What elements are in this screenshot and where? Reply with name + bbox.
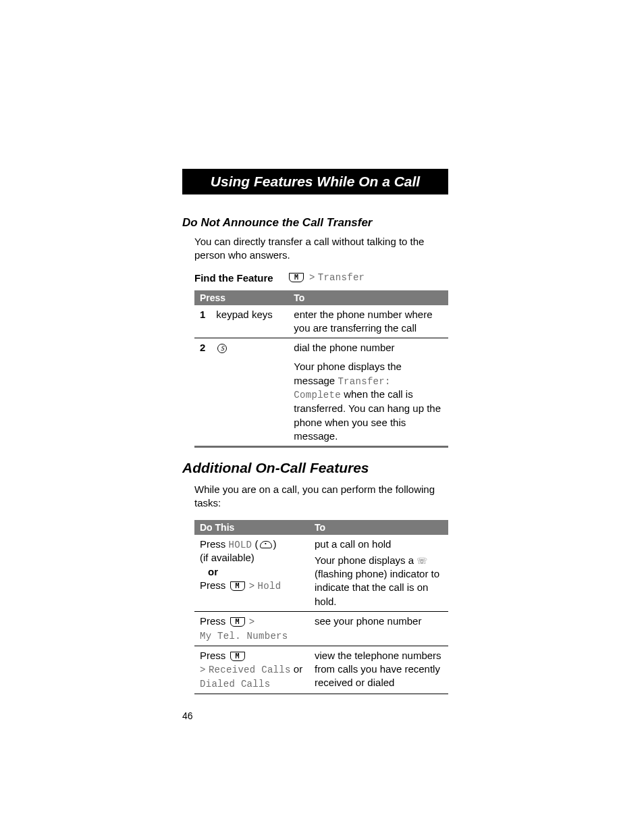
to-cell: see your phone number xyxy=(309,611,448,646)
intro-paragraph-2: While you are on a call, you can perform… xyxy=(194,483,448,511)
send-key-icon: S xyxy=(217,344,227,353)
flashing-phone-icon: ☏ xyxy=(417,556,427,566)
menu-key-icon: M xyxy=(230,617,245,627)
instruction-table-2: Do This To Press HOLD () (if available) … xyxy=(194,520,448,694)
hold-softkey-label: HOLD xyxy=(229,540,252,550)
my-tel-numbers-label: My Tel. Numbers xyxy=(200,631,288,642)
table-row: Your phone displays the message Transfer… xyxy=(194,357,448,446)
dialed-calls-label: Dialed Calls xyxy=(200,679,270,689)
to-cell: view the telephone numbers from calls yo… xyxy=(309,646,448,694)
gt-symbol: > xyxy=(309,272,315,283)
press-cell: keypad keys xyxy=(211,305,288,338)
press-label: Press xyxy=(200,538,229,550)
page-title-bar: Using Features While On a Call xyxy=(182,169,448,194)
flash-pre: Your phone displays a xyxy=(315,554,417,566)
find-the-feature-row: Find the Feature M > Transfer xyxy=(194,272,448,284)
find-feature-label: Find the Feature xyxy=(194,272,288,284)
gt-symbol: > xyxy=(249,617,255,627)
or-inline-label: or xyxy=(291,663,303,675)
step-number: 2 xyxy=(194,338,211,358)
to-cell: put a call on hold Your phone displays a… xyxy=(309,535,448,612)
feature-path-transfer: Transfer xyxy=(318,272,365,283)
table-row: 1 keypad keys enter the phone number whe… xyxy=(194,305,448,338)
menu-key-icon: M xyxy=(230,652,245,661)
press-cell: S xyxy=(211,338,288,358)
received-calls-label: Received Calls xyxy=(209,664,291,675)
put-on-hold-label: put a call on hold xyxy=(315,538,391,550)
if-available-label: (if available) xyxy=(200,552,254,563)
page-number: 46 xyxy=(182,710,448,721)
do-this-cell: Press M > My Tel. Numbers xyxy=(194,611,309,646)
press-label: Press xyxy=(200,615,229,627)
col-header-to: To xyxy=(288,290,448,305)
press-label: Press xyxy=(200,650,229,661)
hold-menu-label: Hold xyxy=(258,581,281,592)
gt-symbol: > xyxy=(249,581,255,592)
flash-post: (flashing phone) indicator to indicate t… xyxy=(315,568,439,607)
soft-key-icon xyxy=(260,541,272,548)
do-this-cell: Press M > Received Calls or Dialed Calls xyxy=(194,646,309,694)
col-header-press: Press xyxy=(194,290,288,305)
step-number: 1 xyxy=(194,305,211,338)
menu-key-icon: M xyxy=(230,581,245,591)
or-label: or xyxy=(208,566,218,577)
col-header-to: To xyxy=(309,520,448,535)
table-row: Press M > My Tel. Numbers see your phone… xyxy=(194,611,448,646)
gt-symbol: > xyxy=(200,664,206,675)
to-cell-message: Your phone displays the message Transfer… xyxy=(288,357,448,446)
table-row: 2 S dial the phone number xyxy=(194,338,448,358)
table-row: Press M > Received Calls or Dialed Calls… xyxy=(194,646,448,694)
section-heading-additional: Additional On-Call Features xyxy=(182,460,448,476)
subheading-no-announce: Do Not Announce the Call Transfer xyxy=(182,216,448,230)
table-row: Press HOLD () (if available) or Press M … xyxy=(194,535,448,612)
do-this-cell: Press HOLD () (if available) or Press M … xyxy=(194,535,309,612)
to-cell: dial the phone number xyxy=(288,338,448,358)
to-cell: enter the phone number where you are tra… xyxy=(288,305,448,338)
intro-paragraph-1: You can directly transfer a call without… xyxy=(194,235,448,263)
col-header-do-this: Do This xyxy=(194,520,309,535)
menu-key-icon: M xyxy=(289,273,304,282)
press-label: Press xyxy=(200,579,229,591)
instruction-table-1: Press To 1 keypad keys enter the phone n… xyxy=(194,290,448,448)
